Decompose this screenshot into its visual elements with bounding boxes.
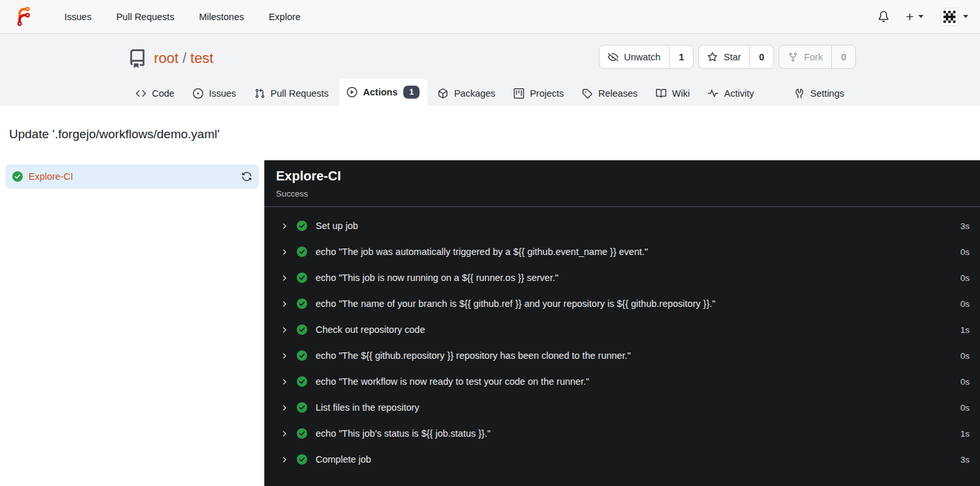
tab-actions[interactable]: Actions 1: [339, 79, 427, 106]
nav-item-issues[interactable]: Issues: [52, 12, 104, 22]
chevron-right-icon[interactable]: [280, 404, 288, 412]
job-log-title: Explore-CI: [276, 169, 968, 184]
tab-label: Pull Requests: [271, 88, 329, 99]
step-duration: 0s: [953, 403, 970, 413]
step-name: echo "The workflow is now ready to test …: [316, 376, 589, 387]
tab-label: Releases: [598, 88, 637, 99]
step-row[interactable]: List files in the repository 0s: [264, 395, 980, 420]
code-icon: [136, 88, 146, 99]
step-name: echo "The job was automatically triggere…: [316, 247, 648, 257]
chevron-down-icon: [963, 15, 968, 18]
chevron-right-icon[interactable]: [280, 222, 288, 230]
create-new-dropdown[interactable]: +: [906, 10, 923, 23]
step-name: echo "This job's status is ${{ job.statu…: [316, 428, 490, 439]
tab-projects[interactable]: Projects: [506, 81, 572, 106]
step-row[interactable]: Complete job 3s: [264, 446, 980, 472]
issue-opened-icon: [193, 88, 203, 99]
step-duration: 0s: [953, 299, 970, 309]
chevron-right-icon[interactable]: [280, 378, 288, 386]
tab-pull-requests[interactable]: Pull Requests: [247, 81, 336, 106]
watchers-count[interactable]: 1: [669, 45, 693, 68]
plus-icon: +: [906, 10, 914, 23]
rerun-sync-icon[interactable]: [242, 171, 252, 182]
step-name: echo "This job is now running on a ${{ r…: [316, 273, 559, 283]
tab-label: Packages: [454, 88, 496, 99]
user-menu[interactable]: [940, 8, 968, 26]
chevron-right-icon[interactable]: [280, 300, 288, 308]
star-label: Star: [723, 52, 741, 62]
star-button[interactable]: Star 0: [698, 45, 774, 69]
star-icon: [707, 52, 718, 62]
success-check-icon: [297, 376, 307, 387]
play-icon: [347, 87, 357, 97]
tab-activity[interactable]: Activity: [700, 81, 762, 106]
unwatch-label: Unwatch: [624, 52, 660, 62]
chevron-right-icon[interactable]: [280, 248, 288, 256]
success-check-icon: [297, 350, 307, 361]
actions-run-view: Update '.forgejo/workflows/demo.yaml' Ex…: [0, 114, 980, 486]
repo-tabs: Code Issues Pull Requests Actions 1 Pack…: [124, 79, 856, 106]
step-name: Set up job: [316, 221, 358, 231]
notifications-bell-icon[interactable]: [878, 11, 889, 22]
stars-count[interactable]: 0: [749, 45, 773, 68]
success-check-icon: [297, 454, 307, 465]
tab-label: Issues: [209, 88, 236, 99]
repo-owner-link[interactable]: root: [154, 50, 179, 67]
fork-button: Fork 0: [779, 45, 856, 69]
run-title: Update '.forgejo/workflows/demo.yaml': [0, 114, 980, 152]
tab-packages[interactable]: Packages: [430, 81, 503, 106]
step-row[interactable]: echo "The ${{ github.repository }} repos…: [264, 343, 980, 369]
chevron-right-icon[interactable]: [280, 352, 288, 360]
step-row[interactable]: echo "The workflow is now ready to test …: [264, 369, 980, 395]
chevron-right-icon[interactable]: [280, 456, 288, 464]
step-row[interactable]: Check out repository code 1s: [264, 317, 980, 343]
step-name: Check out repository code: [316, 324, 425, 335]
step-row[interactable]: echo "The name of your branch is ${{ git…: [264, 291, 980, 317]
tab-code[interactable]: Code: [128, 81, 182, 106]
job-item-explore-ci[interactable]: Explore-CI: [5, 164, 259, 189]
step-duration: 3s: [953, 221, 970, 231]
forgejo-logo[interactable]: [14, 7, 34, 27]
chevron-right-icon[interactable]: [280, 274, 288, 282]
chevron-right-icon[interactable]: [280, 430, 288, 438]
nav-item-explore[interactable]: Explore: [257, 12, 313, 22]
step-row[interactable]: echo "The job was automatically triggere…: [264, 239, 980, 265]
forks-count: 0: [831, 45, 855, 68]
tab-settings[interactable]: Settings: [786, 81, 852, 106]
tab-wiki[interactable]: Wiki: [648, 81, 697, 106]
step-row[interactable]: echo "This job's status is ${{ job.statu…: [264, 420, 980, 446]
step-duration: 0s: [953, 351, 970, 361]
success-check-icon: [297, 324, 307, 335]
step-duration: 1s: [953, 325, 970, 335]
tab-releases[interactable]: Releases: [574, 81, 645, 106]
step-name: List files in the repository: [316, 402, 420, 413]
tab-label: Settings: [810, 88, 844, 99]
avatar: [940, 8, 959, 26]
jobs-sidebar: Explore-CI: [0, 160, 264, 486]
package-icon: [438, 88, 448, 99]
fork-icon: [788, 52, 798, 62]
step-row[interactable]: Set up job 3s: [264, 213, 980, 239]
job-status-text: Success: [276, 189, 968, 199]
chevron-right-icon[interactable]: [280, 326, 288, 334]
repo-separator: /: [182, 50, 186, 67]
tab-label: Actions: [363, 87, 397, 97]
step-duration: 1s: [953, 429, 970, 439]
tab-issues[interactable]: Issues: [185, 81, 244, 106]
fork-label: Fork: [804, 52, 823, 62]
pulse-icon: [708, 88, 718, 99]
tools-icon: [794, 88, 805, 99]
book-icon: [656, 88, 666, 99]
actions-count-badge: 1: [403, 86, 420, 99]
success-check-icon: [297, 221, 307, 231]
nav-item-pull-requests[interactable]: Pull Requests: [104, 12, 186, 22]
step-row[interactable]: echo "This job is now running on a ${{ r…: [264, 265, 980, 291]
step-duration: 0s: [953, 247, 970, 257]
repo-action-buttons: Unwatch 1 Star 0 Fork 0: [599, 45, 856, 69]
nav-item-milestones[interactable]: Milestones: [186, 12, 256, 22]
project-icon: [514, 88, 524, 99]
steps-list: Set up job 3s echo "The job was automati…: [264, 207, 980, 478]
success-check-icon: [297, 273, 307, 283]
repo-name-link[interactable]: test: [190, 50, 213, 67]
unwatch-button[interactable]: Unwatch 1: [599, 45, 694, 69]
